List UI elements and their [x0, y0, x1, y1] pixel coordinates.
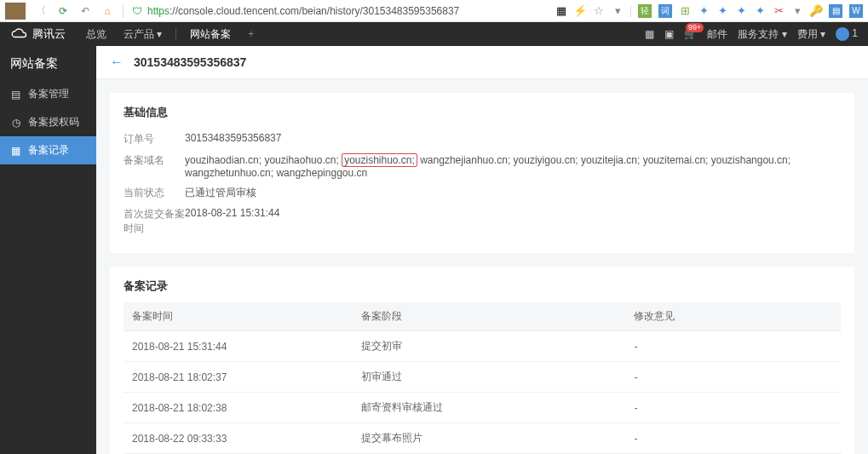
reload-icon[interactable]: ⟳	[56, 4, 70, 18]
content-header: ← 30153483595356837	[96, 46, 868, 79]
cart-icon[interactable]: 🛒99+	[684, 28, 697, 40]
record-icon: ▦	[10, 145, 21, 156]
info-value: 30153483595356837	[185, 132, 841, 147]
chevron-down-icon[interactable]: ▾	[612, 5, 624, 17]
table-row: 2018-08-21 18:02:38邮寄资料审核通过-	[124, 393, 841, 423]
browser-tab[interactable]	[5, 3, 26, 20]
home-icon[interactable]: ⌂	[101, 4, 114, 18]
nav-site-beian[interactable]: 网站备案	[190, 27, 231, 42]
info-label: 备案域名	[124, 153, 185, 179]
table-row: 2018-08-22 09:33:33提交幕布照片-	[124, 423, 841, 454]
card-title: 基础信息	[124, 105, 841, 120]
highlighted-domain: youzishihuo.cn;	[342, 153, 417, 167]
nav-products[interactable]: 云产品 ▾	[124, 27, 162, 42]
undo-icon[interactable]: ↶	[78, 4, 92, 18]
info-label: 当前状态	[124, 186, 185, 200]
star-icon[interactable]: ☆	[593, 5, 605, 17]
back-button[interactable]: ←	[110, 55, 124, 70]
col-time: 备案时间	[124, 302, 353, 331]
key-icon[interactable]: 🔑	[810, 5, 822, 17]
cell-time: 2018-08-21 18:02:38	[124, 393, 353, 423]
sidebar-item-label: 备案授权码	[28, 115, 79, 129]
avatar	[836, 27, 849, 41]
puzzle-icon-2[interactable]: ✦	[716, 5, 728, 17]
cell-comment: -	[625, 393, 841, 423]
col-stage: 备案阶段	[353, 302, 625, 331]
browser-bar: 〈 ⟳ ↶ ⌂ 🛡 https://console.cloud.tencent.…	[0, 0, 868, 22]
chevron-down-icon-2[interactable]: ▾	[791, 5, 803, 17]
scissors-icon[interactable]: ✂	[773, 5, 785, 17]
puzzle-icon-4[interactable]: ✦	[754, 5, 766, 17]
user-num: 1	[852, 27, 858, 39]
grid-icon[interactable]: ▦	[645, 28, 654, 40]
sidebar: 网站备案 ▤ 备案管理 ◷ 备案授权码 ▦ 备案记录	[0, 46, 96, 454]
url-text: https://console.cloud.tencent.com/beian/…	[147, 5, 459, 17]
sidebar-item-label: 备案记录	[28, 143, 69, 158]
cell-comment: -	[625, 423, 841, 454]
brand-name: 腾讯云	[32, 26, 66, 42]
fees-link[interactable]: 费用 ▾	[797, 27, 825, 42]
info-row-firstsubmit: 首次提交备案时间 2018-08-21 15:31:44	[124, 204, 841, 239]
lock-icon: 🛡	[132, 5, 142, 17]
info-value: 2018-08-21 15:31:44	[185, 207, 841, 236]
clock-icon: ◷	[10, 117, 21, 128]
cell-stage: 提交幕布照片	[353, 423, 625, 454]
doc-icon[interactable]: ▣	[664, 28, 674, 40]
ext-grid-icon[interactable]: ⊞	[679, 5, 691, 17]
qr-icon[interactable]: ▦	[555, 5, 567, 17]
basic-info-card: 基础信息 订单号 30153483595356837 备案域名 youzihao…	[110, 93, 854, 253]
info-label: 订单号	[124, 132, 185, 147]
info-row-status: 当前状态 已通过管局审核	[124, 182, 841, 204]
mail-link[interactable]: 邮件	[707, 27, 727, 42]
extensions-area: ▦ ⚡ ☆ ▾ 轻 词 ⊞ ✦ ✦ ✦ ✦ ✂ ▾ 🔑 ▤ W	[555, 4, 863, 18]
puzzle-icon-3[interactable]: ✦	[735, 5, 747, 17]
cell-comment: -	[625, 362, 841, 393]
sidebar-item-auth[interactable]: ◷ 备案授权码	[0, 108, 96, 136]
page-title: 30153483595356837	[134, 55, 246, 69]
support-link[interactable]: 服务支持 ▾	[738, 27, 786, 42]
cell-time: 2018-08-22 09:33:33	[124, 423, 353, 454]
list-icon: ▤	[10, 89, 21, 100]
flash-icon[interactable]: ⚡	[574, 5, 586, 17]
records-table: 备案时间 备案阶段 修改意见 2018-08-21 15:31:44提交初审-2…	[124, 302, 841, 454]
address-bar[interactable]: 🛡 https://console.cloud.tencent.com/beia…	[132, 5, 547, 17]
card-title: 备案记录	[124, 279, 841, 294]
sidebar-item-manage[interactable]: ▤ 备案管理	[0, 80, 96, 108]
separator	[175, 28, 176, 40]
sidebar-item-records[interactable]: ▦ 备案记录	[0, 136, 96, 164]
header-right: ▦ ▣ 🛒99+ 邮件 服务支持 ▾ 费用 ▾ 1	[645, 27, 858, 42]
table-header-row: 备案时间 备案阶段 修改意见	[124, 302, 841, 331]
info-label: 首次提交备案时间	[124, 207, 185, 236]
ext-blue-icon[interactable]: 词	[658, 4, 672, 18]
cell-time: 2018-08-21 15:31:44	[124, 331, 353, 362]
cell-time: 2018-08-21 18:02:37	[124, 362, 353, 393]
cell-comment: -	[625, 331, 841, 362]
content: ← 30153483595356837 基础信息 订单号 30153483595…	[96, 46, 868, 454]
col-comment: 修改意见	[625, 302, 841, 331]
info-value: 已通过管局审核	[185, 186, 841, 200]
nav-overview[interactable]: 总览	[86, 27, 106, 42]
records-card: 备案记录 备案时间 备案阶段 修改意见 2018-08-21 15:31:44提…	[110, 267, 854, 454]
cell-stage: 邮寄资料审核通过	[353, 393, 625, 423]
add-tab-button[interactable]: +	[248, 28, 254, 40]
info-row-domains: 备案域名 youzihaodian.cn; youzihaohuo.cn; yo…	[124, 150, 841, 182]
user-menu[interactable]: 1	[836, 27, 858, 41]
word-icon[interactable]: W	[849, 4, 863, 18]
ext-green-icon[interactable]: 轻	[638, 4, 652, 18]
logo[interactable]: 腾讯云	[10, 26, 66, 42]
puzzle-icon-1[interactable]: ✦	[698, 5, 710, 17]
doc-icon[interactable]: ▤	[829, 4, 842, 18]
cell-stage: 初审通过	[353, 362, 625, 393]
top-header: 腾讯云 总览 云产品 ▾ 网站备案 + ▦ ▣ 🛒99+ 邮件 服务支持 ▾ 费…	[0, 22, 868, 46]
msg-badge: 99+	[686, 23, 704, 32]
cloud-icon	[10, 28, 29, 40]
cell-stage: 提交初审	[353, 331, 625, 362]
sidebar-item-label: 备案管理	[28, 87, 69, 101]
info-value-domains: youzihaodian.cn; youzihaohuo.cn; youzish…	[185, 153, 841, 179]
sidebar-title: 网站备案	[0, 46, 96, 80]
nav-back-icon[interactable]: 〈	[34, 4, 48, 18]
table-row: 2018-08-21 18:02:37初审通过-	[124, 362, 841, 393]
info-row-order: 订单号 30153483595356837	[124, 129, 841, 150]
table-row: 2018-08-21 15:31:44提交初审-	[124, 331, 841, 362]
